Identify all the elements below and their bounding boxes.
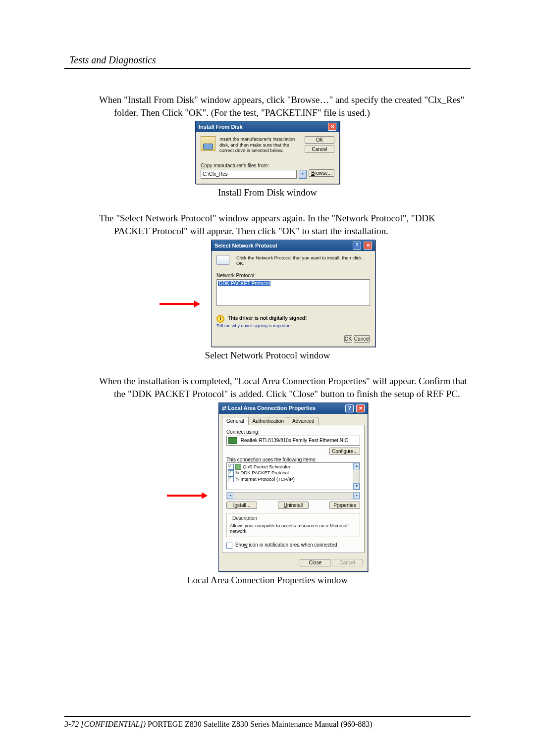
list-item[interactable]: DDK PACKET Protocol	[241, 470, 289, 475]
items-listbox[interactable]: QoS Packet Scheduler ¾ DDK PACKET Protoc…	[226, 462, 360, 490]
list-item[interactable]: DDK PACKET Protocol	[218, 281, 270, 286]
dialog-title: Select Network Protocol	[214, 243, 277, 249]
show-icon-label: Show icon in notification area when conn…	[235, 542, 337, 548]
description-label: Description	[231, 515, 259, 521]
path-input[interactable]: C:\Clx_Res	[201, 170, 297, 179]
lac-properties-dialog: ⇄ Local Area Connection Properties ? ✕ G…	[218, 403, 368, 572]
page-footer: 3-72 [CONFIDENTIAL]) PORTEGE Z830 Satell…	[64, 720, 471, 729]
nic-name: Realtek RTL8139/810x Family Fast Etherne…	[241, 437, 348, 443]
configure-button[interactable]: Configure...	[329, 448, 360, 455]
uninstall-button[interactable]: Uninstall	[278, 502, 309, 509]
footer-rule	[64, 716, 471, 717]
warning-text: This driver is not digitally signed!	[228, 315, 307, 321]
scroll-left-icon: ◂	[227, 493, 233, 499]
section-header: Tests and Diagnostics	[69, 54, 471, 66]
install-from-disk-dialog: Install From Disk ✕ Insert the manufactu…	[195, 121, 340, 184]
help-icon[interactable]: ?	[353, 242, 361, 250]
show-icon-checkbox[interactable]	[226, 543, 232, 549]
cancel-button: Cancel	[332, 559, 363, 566]
service-icon	[235, 464, 241, 470]
close-button[interactable]: Close	[300, 559, 330, 566]
dialog-title: Local Area Connection Properties	[228, 405, 316, 411]
close-icon[interactable]: ✕	[356, 404, 365, 412]
vertical-scrollbar[interactable]: ▴ ▾	[353, 463, 360, 490]
scroll-down-icon: ▾	[353, 483, 360, 490]
paragraph-3: When the installation is completed, "Loc…	[64, 375, 471, 400]
dialog-title: Install From Disk	[199, 124, 243, 130]
select-network-protocol-dialog: Select Network Protocol ? ✕ Click the Ne…	[211, 240, 375, 348]
figure-caption-1: Install From Disk window	[64, 187, 471, 198]
description-text: Allows your computer to access resources…	[230, 523, 357, 534]
figure-caption-2: Select Network Protocol window	[64, 350, 471, 361]
horizontal-scrollbar[interactable]: ◂ ▸	[226, 492, 360, 500]
browse-button[interactable]: Browse...	[309, 169, 334, 177]
figure-caption-3: Local Area Connection Properties window	[64, 575, 471, 586]
scroll-right-icon: ▸	[353, 493, 360, 499]
warning-icon: !	[216, 315, 224, 323]
list-item[interactable]: QoS Packet Scheduler	[243, 464, 290, 469]
tab-advanced[interactable]: Advanced	[288, 417, 319, 425]
protocol-listbox[interactable]: DDK PACKET Protocol	[216, 279, 370, 306]
red-arrow	[160, 303, 199, 305]
ok-button[interactable]: OK	[305, 136, 334, 144]
scroll-up-icon: ▴	[353, 463, 360, 469]
cancel-button[interactable]: Cancel	[305, 146, 334, 153]
network-protocol-label: Network Protocol:	[216, 273, 370, 278]
red-arrow	[167, 495, 207, 497]
list-item[interactable]: Internet Protocol (TCP/IP)	[241, 476, 295, 482]
copy-from-label: CCopy manufacturer's files from:opy manu…	[201, 163, 334, 168]
dialog-message: Insert the manufacturer's installation d…	[219, 136, 301, 155]
paragraph-1: When "Install From Disk" window appears,…	[64, 94, 471, 119]
help-icon[interactable]: ?	[345, 404, 354, 412]
protocol-icon	[216, 255, 229, 265]
driver-signing-link[interactable]: Tell me why driver signing is important	[216, 323, 292, 328]
properties-button[interactable]: Properties	[329, 502, 360, 509]
close-icon[interactable]: ✕	[364, 242, 372, 250]
install-button[interactable]: Install...	[226, 502, 257, 509]
header-rule	[64, 68, 471, 69]
close-icon[interactable]: ✕	[328, 123, 336, 131]
dialog-message: Click the Network Protocol that you want…	[236, 255, 370, 266]
ok-button[interactable]: OK	[344, 335, 352, 343]
disk-icon	[201, 136, 215, 151]
connect-using-label: Connect using:	[226, 429, 360, 435]
tab-general[interactable]: General	[222, 417, 249, 425]
cancel-button[interactable]: Cancel	[354, 335, 370, 343]
nic-icon	[228, 437, 237, 444]
paragraph-2: The "Select Network Protocol" window app…	[64, 212, 471, 237]
uses-items-label: This connection uses the following items…	[226, 457, 360, 462]
tab-authentication[interactable]: Authentication	[248, 417, 288, 425]
dropdown-button[interactable]: ▾	[299, 170, 307, 179]
